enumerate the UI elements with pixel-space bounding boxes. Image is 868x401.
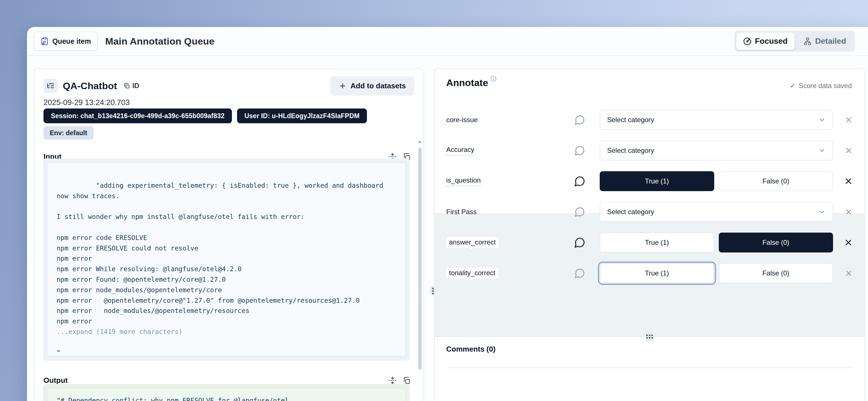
queue-item-label: Queue item [52, 37, 91, 45]
trace-header: QA-Chatbot ID Add to datasets [43, 75, 414, 97]
input-preview: "adding experimental_telemetry: { isEnab… [43, 159, 410, 361]
input-text: "adding experimental_telemetry: { isEnab… [57, 182, 387, 325]
fold-vertical-icon[interactable] [388, 376, 397, 385]
copy-output-icon[interactable] [402, 376, 411, 385]
score-row-is-question: is_question True (1) False (0) [435, 166, 864, 197]
annotate-panel: Annotate ✓ Score data saved core-issue S… [434, 68, 865, 401]
main-window: Queue item Main Annotation Queue Focused… [27, 27, 868, 401]
tab-focused-label: Focused [755, 37, 787, 46]
trace-timestamp: 2025-09-29 13:24:20.703 [43, 98, 130, 107]
add-to-datasets-button[interactable]: Add to datasets [330, 76, 414, 95]
score-label: core-issue [446, 116, 478, 124]
chevron-down-icon [818, 147, 826, 154]
workflow-icon [804, 37, 812, 45]
score-label: tonality_correct [446, 268, 498, 278]
select-placeholder: Select category [607, 116, 654, 124]
delete-score-button[interactable] [844, 238, 853, 247]
annotate-title: Annotate [446, 77, 488, 88]
score-row-first-pass: First Pass Select category [435, 197, 864, 227]
copy-id-button[interactable]: ID [123, 82, 139, 90]
scrollbar-thumb[interactable] [418, 148, 422, 370]
copy-icon [123, 82, 130, 89]
score-rows: core-issue Select category Accuracy [435, 104, 864, 289]
score-row-tonality-correct: tonality_correct True (1) False (0) [435, 258, 864, 289]
score-label: answer_correct [446, 237, 498, 248]
category-select[interactable]: Select category [600, 141, 833, 161]
false-button[interactable]: False (0) [719, 171, 833, 191]
delete-score-button[interactable] [844, 115, 853, 124]
scrollbar-up-arrow[interactable]: ▲ [417, 139, 422, 144]
score-row-answer-correct: answer_correct True (1) False (0) [435, 227, 864, 258]
chevron-down-icon [818, 208, 826, 215]
comment-bubble-icon[interactable] [575, 206, 585, 217]
score-row-core-issue: core-issue Select category [435, 104, 864, 135]
score-label: is_question [446, 176, 480, 186]
list-tree-icon [43, 79, 58, 93]
session-badge[interactable]: Session: chat_b13e4216-c09e-499d-a39c-65… [43, 108, 232, 123]
score-saved-label: Score data saved [799, 82, 852, 90]
trace-panel: QA-Chatbot ID Add to datasets 2025-09-29… [34, 68, 424, 401]
expand-input-link[interactable]: ...expand (1419 more characters) [57, 328, 183, 335]
comments-title: Comments (0) [446, 345, 495, 354]
output-preview: "# Dependency conflict: why npm ERESOLVE… [43, 384, 410, 401]
comment-bubble-icon[interactable] [575, 145, 585, 156]
comment-bubble-icon[interactable] [574, 175, 586, 187]
tab-detailed-label: Detailed [815, 37, 846, 46]
score-saved-status: ✓ Score data saved [789, 81, 852, 90]
grip-dots-icon [646, 335, 653, 338]
input-code-block: "adding experimental_telemetry: { isEnab… [47, 162, 406, 357]
trace-badges: Session: chat_b13e4216-c09e-499d-a39c-65… [43, 108, 367, 123]
comments-rule [446, 367, 853, 368]
comment-bubble-icon[interactable] [574, 237, 586, 248]
id-label: ID [132, 82, 139, 90]
output-code-block: "# Dependency conflict: why npm ERESOLVE… [47, 388, 406, 401]
comments-resize-handle[interactable] [645, 332, 655, 341]
delete-score-button[interactable] [844, 208, 853, 216]
false-button[interactable]: False (0) [719, 233, 833, 253]
true-button[interactable]: True (1) [600, 171, 714, 191]
true-button[interactable]: True (1) [600, 263, 714, 283]
annotate-header: Annotate [446, 77, 497, 88]
trace-name: QA-Chatbot [63, 80, 117, 92]
add-to-datasets-label: Add to datasets [350, 81, 406, 90]
view-toggle: Focused Detailed [735, 31, 855, 52]
tab-focused[interactable]: Focused [736, 33, 795, 50]
delete-score-button[interactable] [844, 146, 853, 155]
check-icon: ✓ [789, 81, 796, 90]
output-text: "# Dependency conflict: why npm ERESOLVE… [48, 389, 405, 401]
tab-detailed[interactable]: Detailed [797, 33, 853, 50]
chevron-down-icon [818, 116, 826, 124]
comment-bubble-icon[interactable] [575, 114, 585, 125]
score-label: Accuracy [446, 146, 474, 156]
false-button[interactable]: False (0) [719, 263, 833, 283]
gauge-icon [743, 37, 751, 45]
window-header: Queue item Main Annotation Queue Focused… [27, 27, 868, 56]
score-label: First Pass [446, 208, 477, 216]
page-title: Main Annotation Queue [105, 36, 214, 47]
info-icon[interactable] [490, 75, 497, 82]
select-placeholder: Select category [607, 208, 654, 216]
output-title: Output [43, 376, 68, 385]
queue-item-badge[interactable]: Queue item [34, 32, 98, 51]
delete-score-button[interactable] [844, 177, 853, 186]
output-section-header: Output [43, 376, 411, 385]
env-badge: Env: default [43, 126, 94, 140]
clipboard-pen-icon [40, 37, 49, 45]
user-id-badge[interactable]: User ID: u-HLdEogyJlzazF4SIaFPDM [237, 108, 367, 123]
annotation-queue-page: { "header": { "queue_item_label": "Queue… [0, 0, 868, 401]
category-select[interactable]: Select category [600, 202, 833, 222]
category-select[interactable]: Select category [600, 110, 833, 130]
input-closing-quote: " [57, 347, 396, 357]
true-button[interactable]: True (1) [600, 233, 714, 253]
select-placeholder: Select category [607, 146, 654, 155]
score-row-accuracy: Accuracy Select category [435, 135, 864, 166]
delete-score-button[interactable] [844, 269, 853, 277]
plus-icon [339, 82, 346, 90]
comment-bubble-icon[interactable] [575, 268, 585, 278]
